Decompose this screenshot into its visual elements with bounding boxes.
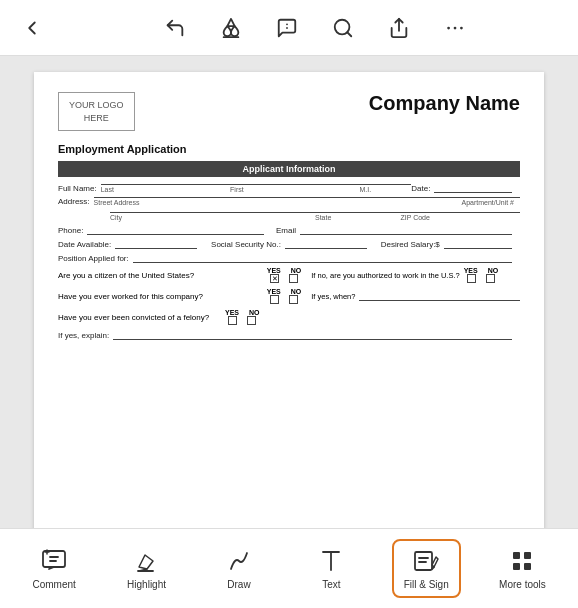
state-field: State [315, 212, 400, 221]
top-toolbar [0, 0, 578, 56]
street-field: Street Address [94, 197, 399, 206]
phone-label: Phone: [58, 226, 83, 235]
svg-rect-25 [513, 563, 520, 570]
comment-tool[interactable]: Comment [22, 541, 86, 596]
desired-salary-label: Desired Salary:$ [381, 240, 440, 249]
back-button[interactable] [16, 12, 48, 44]
doc-header: YOUR LOGO HERE Company Name [58, 92, 520, 131]
comment-tool-label: Comment [33, 579, 76, 590]
last-sublabel: Last [101, 186, 224, 193]
apt-field: Apartment/Unit # [398, 197, 520, 206]
apt-sublabel: Apartment/Unit # [398, 199, 514, 206]
last-field: Last [101, 184, 230, 193]
citizen-yes-label: YES [267, 267, 281, 274]
worked-yes-no-header: YES NO [267, 288, 302, 295]
bottom-toolbar: Comment Highlight Draw Text [0, 528, 578, 608]
authorized-section: If no, are you authorized to work in the… [311, 267, 520, 283]
fill-sign-tool-icon [412, 547, 440, 575]
draw-tool-icon [225, 547, 253, 575]
date-ssn-row: Date Available: Social Security No.: Des… [58, 239, 520, 249]
address-row1: Address: Street Address Apartment/Unit # [58, 197, 520, 206]
draw-tool[interactable]: Draw [207, 541, 271, 596]
fill-sign-tool[interactable]: Fill & Sign [392, 539, 461, 598]
authorized-yes-no-header: YES NO [464, 267, 499, 274]
undo-button[interactable] [159, 12, 191, 44]
svg-line-4 [347, 32, 351, 36]
highlight-tool-label: Highlight [127, 579, 166, 590]
authorized-no-box[interactable] [486, 274, 495, 283]
felony-row: Have you ever been convicted of a felony… [58, 309, 520, 325]
worked-yes-label: YES [267, 288, 281, 295]
email-label: Email [276, 226, 296, 235]
worked-question: Have you ever worked for this company? [58, 292, 267, 301]
zip-field: ZIP Code [400, 212, 520, 221]
felony-yes-no-header: YES NO [225, 309, 260, 316]
comment-tool-icon [40, 547, 68, 575]
text-tool-icon [317, 547, 345, 575]
position-row: Position Applied for: [58, 253, 520, 263]
section-header: Applicant Information [58, 161, 520, 177]
citizen-yes-no-header: YES NO [267, 267, 302, 274]
toolbar-left [16, 12, 48, 44]
share-button[interactable] [383, 12, 415, 44]
company-name: Company Name [369, 92, 520, 115]
felony-no-label: NO [249, 309, 260, 316]
felony-no-box[interactable] [247, 316, 256, 325]
svg-rect-23 [513, 552, 520, 559]
when-section: If yes, when? [311, 291, 520, 301]
date-label: Date: [411, 184, 430, 193]
ssn-label: Social Security No.: [211, 240, 281, 249]
address-row2: City State ZIP Code [58, 212, 520, 221]
fill-sign-tool-label: Fill & Sign [404, 579, 449, 590]
fullname-label: Full Name: [58, 184, 97, 193]
first-sublabel: First [230, 186, 353, 193]
state-sublabel: State [315, 214, 394, 221]
logo-box: YOUR LOGO HERE [58, 92, 135, 131]
svg-point-7 [454, 26, 457, 29]
mi-field: M.I. [359, 184, 411, 193]
zip-sublabel: ZIP Code [400, 214, 514, 221]
logo-line1: YOUR LOGO [69, 100, 124, 110]
authorized-yes-box[interactable] [467, 274, 476, 283]
city-field: City [110, 212, 315, 221]
worked-no-box[interactable] [289, 295, 298, 304]
document-page: YOUR LOGO HERE Company Name Employment A… [34, 72, 544, 528]
first-field: First [230, 184, 359, 193]
svg-rect-26 [524, 563, 531, 570]
explain-row: If yes, explain: [58, 330, 520, 340]
fullname-row: Full Name: Last First M.I. Date: [58, 183, 520, 193]
more-button[interactable] [439, 12, 471, 44]
felony-yes-box[interactable] [228, 316, 237, 325]
toolbar-center [68, 12, 562, 44]
felony-question: Have you ever been convicted of a felony… [58, 313, 225, 322]
svg-rect-19 [415, 552, 432, 570]
citizen-question: Are you a citizen of the United States? [58, 271, 267, 280]
document-area: YOUR LOGO HERE Company Name Employment A… [0, 56, 578, 528]
text-tool[interactable]: Text [299, 541, 363, 596]
street-sublabel: Street Address [94, 199, 393, 206]
fillcolor-button[interactable] [215, 12, 247, 44]
text-tool-label: Text [322, 579, 340, 590]
draw-tool-label: Draw [227, 579, 250, 590]
felony-checkboxes [228, 316, 256, 325]
worked-yes-box[interactable] [270, 295, 279, 304]
more-tools-tool[interactable]: More tools [489, 541, 556, 596]
city-sublabel: City [110, 214, 309, 221]
worked-no-label: NO [291, 288, 302, 295]
svg-rect-24 [524, 552, 531, 559]
app-title: Employment Application [58, 143, 520, 155]
date-available-label: Date Available: [58, 240, 111, 249]
address-label: Address: [58, 197, 90, 206]
position-label: Position Applied for: [58, 254, 129, 263]
phone-email-row: Phone: Email [58, 225, 520, 235]
highlight-tool[interactable]: Highlight [115, 541, 179, 596]
worked-row: Have you ever worked for this company? Y… [58, 288, 520, 304]
citizen-no-box[interactable] [289, 274, 298, 283]
authorized-checkboxes [467, 274, 495, 283]
comment-button[interactable] [271, 12, 303, 44]
highlight-tool-icon [133, 547, 161, 575]
search-button[interactable] [327, 12, 359, 44]
more-tools-tool-label: More tools [499, 579, 546, 590]
authorized-no-label: NO [488, 267, 499, 274]
citizen-yes-box[interactable] [270, 274, 279, 283]
